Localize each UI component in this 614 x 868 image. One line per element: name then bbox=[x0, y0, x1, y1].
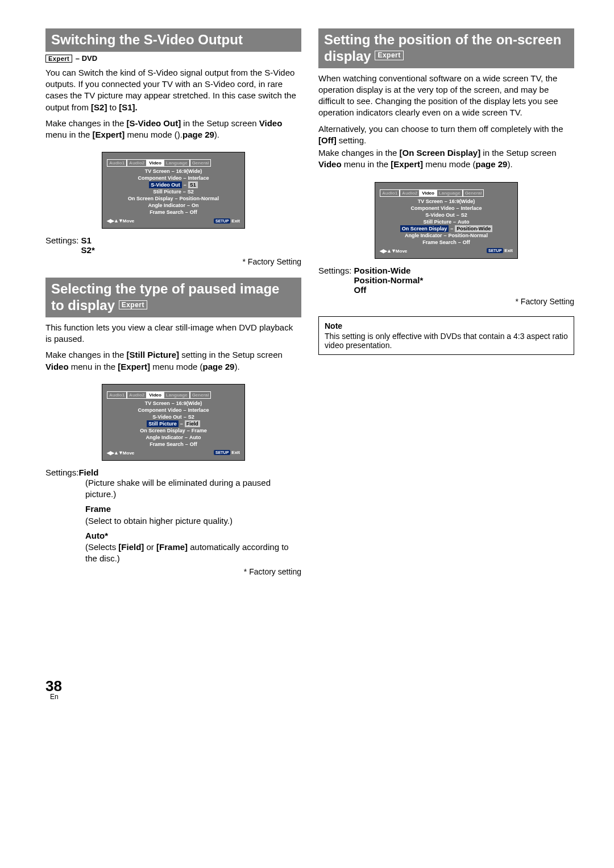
svideo-settings: Settings: S1 S2* bbox=[45, 235, 301, 255]
tab-general: General bbox=[190, 159, 211, 167]
setup-line: Still Picture–Auto bbox=[380, 218, 513, 225]
note-body: This setting is only effective with DVDs… bbox=[325, 332, 568, 350]
osd-para3: Make changes in the [On Screen Display] … bbox=[318, 147, 574, 171]
factory-setting-note: * Factory Setting bbox=[45, 257, 301, 266]
setup-line: On Screen Display–Position-Normal bbox=[107, 195, 240, 202]
setup-line-highlight: Still Picture–Field bbox=[107, 420, 240, 427]
arrow-icons: ◀▶▲▼ bbox=[107, 218, 123, 224]
expert-badge: Expert bbox=[119, 300, 147, 309]
setup-line: TV Screen–16:9(Wide) bbox=[107, 400, 240, 407]
section-title: Switching the S-Video Output bbox=[51, 32, 243, 47]
setup-button-icon: SETUP bbox=[487, 248, 503, 253]
manual-page: Switching the S-Video Output Expert – DV… bbox=[0, 0, 614, 717]
arrow-icons: ◀▶▲▼ bbox=[380, 248, 396, 254]
setup-footer: ◀▶▲▼Move SETUPExit bbox=[107, 450, 240, 456]
arrow-icons: ◀▶▲▼ bbox=[107, 450, 123, 456]
setup-line: Frame Search–Off bbox=[107, 209, 240, 216]
tab-audio1: Audio1 bbox=[380, 189, 400, 197]
tab-video: Video bbox=[147, 391, 164, 399]
note-box: Note This setting is only effective with… bbox=[318, 316, 574, 355]
factory-setting-note: * Factory Setting bbox=[318, 297, 574, 306]
setup-screen-svideo: Audio1 Audio2 Video Language General TV … bbox=[102, 152, 245, 229]
setup-tabs: Audio1 Audio2 Video Language General bbox=[380, 189, 513, 197]
setup-footer: ◀▶▲▼Move SETUPExit bbox=[107, 218, 240, 224]
setup-button-icon: SETUP bbox=[214, 450, 230, 455]
expert-badge: Expert bbox=[45, 55, 72, 63]
setup-line: TV Screen–16:9(Wide) bbox=[107, 168, 240, 175]
page-lang: En bbox=[50, 693, 574, 700]
tab-general: General bbox=[190, 391, 211, 399]
section-title: Setting the position of the on-screen di… bbox=[324, 32, 561, 64]
osd-settings: Settings: Position-Wide Position-Normal*… bbox=[318, 266, 574, 295]
still-para1: This function lets you view a clear stil… bbox=[45, 322, 301, 345]
tab-video: Video bbox=[147, 159, 164, 167]
setup-line: Angle Indicator–On bbox=[107, 202, 240, 209]
setup-tabs: Audio1 Audio2 Video Language General bbox=[107, 391, 240, 399]
setup-line: Component Video–Interlace bbox=[107, 175, 240, 181]
setup-line: Frame Search–Off bbox=[380, 239, 513, 246]
opt-field-desc: (Picture shake will be eliminated during… bbox=[85, 477, 301, 565]
still-para2: Make changes in the [Still Picture] sett… bbox=[45, 349, 301, 373]
setup-line: Angle Indicator–Position-Normal bbox=[380, 232, 513, 239]
setup-tabs: Audio1 Audio2 Video Language General bbox=[107, 159, 240, 167]
osd-para1: When watching conventional software on a… bbox=[318, 73, 574, 119]
section-title: Selecting the type of paused image to di… bbox=[51, 281, 279, 313]
setup-screen-osd: Audio1 Audio2 Video Language General TV … bbox=[375, 182, 518, 259]
setup-line: S-Video Out–S2 bbox=[380, 212, 513, 218]
setup-footer: ◀▶▲▼Move SETUPExit bbox=[380, 248, 513, 254]
tab-language: Language bbox=[164, 159, 190, 167]
svideo-para2: Make changes in the [S-Video Out] in the… bbox=[45, 118, 301, 141]
tab-audio2: Audio2 bbox=[400, 189, 420, 197]
tab-audio2: Audio2 bbox=[127, 391, 147, 399]
setup-line: On Screen Display–Frame bbox=[107, 427, 240, 434]
section-header-osd: Setting the position of the on-screen di… bbox=[318, 28, 574, 68]
badge-suffix: – DVD bbox=[73, 54, 97, 63]
page-number: 38 En bbox=[45, 679, 574, 700]
tab-audio1: Audio1 bbox=[107, 391, 127, 399]
note-title: Note bbox=[325, 321, 568, 330]
setup-line: Angle Indicator–Auto bbox=[107, 434, 240, 441]
tab-general: General bbox=[463, 189, 484, 197]
expert-dvd-badge-line: Expert – DVD bbox=[45, 54, 301, 63]
setup-screen-still: Audio1 Audio2 Video Language General TV … bbox=[102, 384, 245, 461]
tab-audio2: Audio2 bbox=[127, 159, 147, 167]
setup-line: S-Video Out–S2 bbox=[107, 414, 240, 420]
osd-para2: Alternatively, you can choose to turn th… bbox=[318, 123, 574, 147]
setup-line: Still Picture–S2 bbox=[107, 188, 240, 195]
left-column: Switching the S-Video Output Expert – DV… bbox=[45, 28, 301, 576]
setup-line-highlight: S-Video Out–S1 bbox=[107, 181, 240, 188]
factory-setting-note: * Factory setting bbox=[45, 567, 301, 576]
tab-language: Language bbox=[164, 391, 190, 399]
still-settings: Settings: Field bbox=[45, 468, 301, 477]
section-header-still: Selecting the type of paused image to di… bbox=[45, 278, 301, 317]
setup-line: TV Screen–16:9(Wide) bbox=[380, 198, 513, 205]
tab-video: Video bbox=[420, 189, 437, 197]
svideo-para1: You can Switch the kind of S-Video signa… bbox=[45, 67, 301, 113]
setup-line: Component Video–Interlace bbox=[380, 205, 513, 212]
section-header-svideo: Switching the S-Video Output bbox=[45, 28, 301, 52]
tab-language: Language bbox=[437, 189, 463, 197]
right-column: Setting the position of the on-screen di… bbox=[318, 28, 574, 576]
setup-line: Frame Search–Off bbox=[107, 441, 240, 448]
setup-line: Component Video–Interlace bbox=[107, 407, 240, 414]
setup-line-highlight: On Screen Display–Position-Wide bbox=[380, 225, 513, 232]
setup-button-icon: SETUP bbox=[214, 218, 230, 224]
tab-audio1: Audio1 bbox=[107, 159, 127, 167]
expert-badge: Expert bbox=[375, 51, 403, 60]
